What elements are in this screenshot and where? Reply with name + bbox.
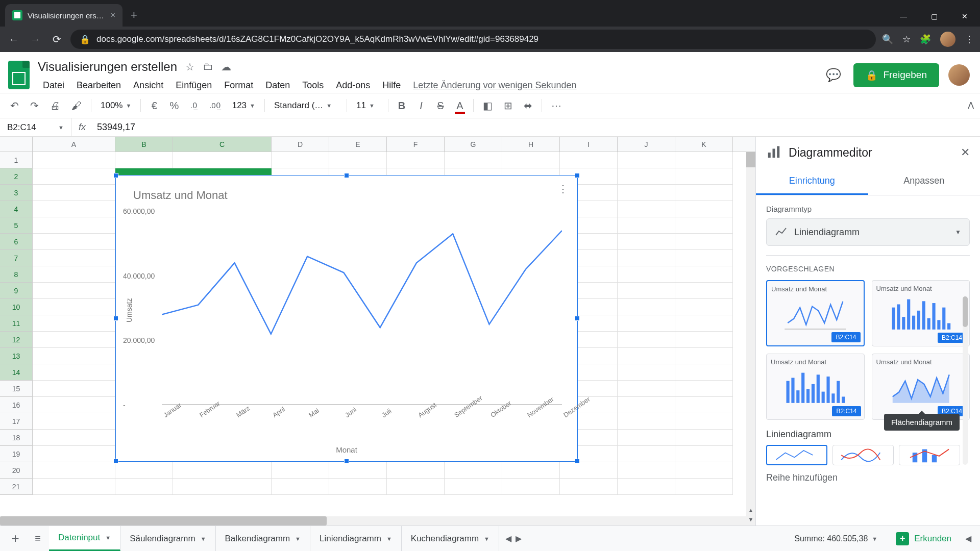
cell[interactable] xyxy=(115,479,173,495)
column-header[interactable]: J xyxy=(618,137,675,152)
currency-button[interactable]: € xyxy=(146,97,162,115)
cell[interactable] xyxy=(618,381,675,397)
resize-handle[interactable] xyxy=(575,173,580,178)
cell[interactable] xyxy=(33,152,115,168)
cell[interactable] xyxy=(445,479,502,495)
redo-icon[interactable]: ↷ xyxy=(26,96,43,115)
chevron-down-icon[interactable]: ▼ xyxy=(295,536,301,542)
merge-button[interactable]: ⬌ xyxy=(520,96,536,115)
formula-input[interactable]: 53949,17 xyxy=(93,122,980,133)
cell[interactable] xyxy=(675,381,733,397)
forward-icon[interactable]: → xyxy=(28,34,43,45)
cell[interactable] xyxy=(33,299,115,315)
chevron-down-icon[interactable]: ▼ xyxy=(105,535,111,541)
extension-icon[interactable]: 🧩 xyxy=(920,34,931,45)
cell[interactable] xyxy=(675,364,733,381)
comments-icon[interactable]: 💬 xyxy=(823,64,844,86)
resize-handle[interactable] xyxy=(575,316,580,321)
add-sheet-button[interactable]: + xyxy=(4,531,27,546)
resize-handle[interactable] xyxy=(113,459,118,464)
cell[interactable] xyxy=(272,462,329,479)
cell[interactable] xyxy=(618,217,675,234)
new-tab-button[interactable]: + xyxy=(122,4,145,27)
italic-button[interactable]: I xyxy=(413,97,429,115)
cell[interactable] xyxy=(618,283,675,299)
decrease-decimal-button[interactable]: .0̲ xyxy=(186,98,202,113)
document-title[interactable]: Visualisierungen erstellen xyxy=(38,60,177,74)
cell[interactable] xyxy=(618,266,675,283)
tab-customize[interactable]: Anpassen xyxy=(868,168,981,195)
panel-scrollbar[interactable] xyxy=(963,296,968,465)
quicksum[interactable]: Summe: 460.505,38▼ xyxy=(785,534,887,543)
font-select[interactable]: Standard (…▼ xyxy=(270,98,341,113)
cell[interactable] xyxy=(33,479,115,495)
account-avatar[interactable] xyxy=(948,64,970,86)
column-header[interactable]: F xyxy=(387,137,445,152)
cell[interactable] xyxy=(33,283,115,299)
back-icon[interactable]: ← xyxy=(6,34,21,45)
cloud-icon[interactable]: ☁ xyxy=(221,61,231,73)
menu-einfügen[interactable]: Einfügen xyxy=(170,78,217,93)
more-toolbar-icon[interactable]: ⋯ xyxy=(547,96,566,115)
cell[interactable] xyxy=(618,250,675,266)
cell[interactable] xyxy=(675,315,733,332)
strikethrough-button[interactable]: S xyxy=(432,97,449,115)
cell[interactable] xyxy=(675,446,733,462)
cell[interactable] xyxy=(33,217,115,234)
cell[interactable] xyxy=(675,217,733,234)
close-editor-icon[interactable]: ✕ xyxy=(961,146,970,159)
cell[interactable] xyxy=(502,152,560,168)
minimize-button[interactable]: — xyxy=(888,6,919,27)
row-header[interactable]: 5 xyxy=(0,217,33,234)
cell[interactable] xyxy=(445,462,502,479)
cell[interactable] xyxy=(618,315,675,332)
row-header[interactable]: 2 xyxy=(0,168,33,185)
cell[interactable] xyxy=(675,152,733,168)
column-header[interactable]: A xyxy=(33,137,115,152)
zoom-select[interactable]: 100%▼ xyxy=(96,98,135,113)
cell[interactable] xyxy=(33,430,115,446)
cell[interactable] xyxy=(33,348,115,364)
maximize-button[interactable]: ▢ xyxy=(919,6,949,27)
row-header[interactable]: 14 xyxy=(0,364,33,381)
cell[interactable] xyxy=(33,381,115,397)
row-header[interactable]: 8 xyxy=(0,266,33,283)
cell[interactable] xyxy=(560,479,618,495)
move-icon[interactable]: 🗀 xyxy=(203,61,213,72)
cell[interactable] xyxy=(560,462,618,479)
cell[interactable] xyxy=(618,185,675,201)
increase-decimal-button[interactable]: .00̲ xyxy=(205,98,225,113)
collapse-toolbar-icon[interactable]: ᐱ xyxy=(968,100,974,111)
row-header[interactable]: 3 xyxy=(0,185,33,201)
column-header[interactable]: K xyxy=(675,137,733,152)
sheet-tab[interactable]: Liniendiagramm▼ xyxy=(310,526,402,551)
menu-datei[interactable]: Datei xyxy=(38,78,69,93)
cell[interactable] xyxy=(618,234,675,250)
row-header[interactable]: 6 xyxy=(0,234,33,250)
sheets-logo[interactable] xyxy=(5,57,33,93)
cell[interactable] xyxy=(502,479,560,495)
cell[interactable] xyxy=(618,201,675,217)
menu-hilfe[interactable]: Hilfe xyxy=(377,78,406,93)
row-header[interactable]: 11 xyxy=(0,315,33,332)
close-tab-icon[interactable]: × xyxy=(111,11,115,20)
row-header[interactable]: 10 xyxy=(0,299,33,315)
cell[interactable] xyxy=(618,413,675,430)
row-header[interactable]: 20 xyxy=(0,462,33,479)
resize-handle[interactable] xyxy=(113,316,118,321)
browser-menu-icon[interactable]: ⋮ xyxy=(965,34,974,45)
resize-handle[interactable] xyxy=(575,459,580,464)
name-box[interactable]: B2:C14 ▼ xyxy=(0,118,71,136)
chart-type-select[interactable]: Liniendiagramm ▼ xyxy=(766,218,970,246)
cell[interactable] xyxy=(33,315,115,332)
resize-handle[interactable] xyxy=(113,173,118,178)
last-edit[interactable]: Letzte Änderung vor wenigen Sekunden xyxy=(408,78,581,93)
cell[interactable] xyxy=(675,185,733,201)
horizontal-scrollbar[interactable] xyxy=(0,516,746,525)
cell[interactable] xyxy=(618,168,675,185)
cell[interactable] xyxy=(675,250,733,266)
row-header[interactable]: 18 xyxy=(0,430,33,446)
line-type-option[interactable] xyxy=(832,445,894,465)
column-header[interactable]: B xyxy=(115,137,173,152)
text-color-button[interactable]: A xyxy=(452,97,468,115)
